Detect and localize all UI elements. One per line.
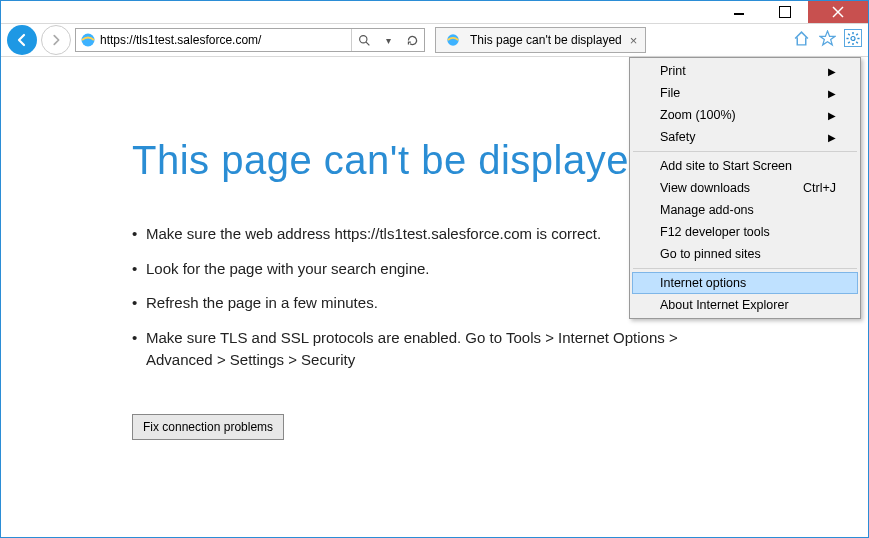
menu-item-zoom[interactable]: Zoom (100%)▶ — [632, 104, 858, 126]
chevron-right-icon: ▶ — [828, 132, 836, 143]
svg-point-6 — [851, 36, 855, 40]
search-icon[interactable] — [352, 34, 376, 47]
svg-line-11 — [848, 33, 850, 35]
refresh-icon[interactable] — [400, 34, 424, 47]
menu-item-internet-options[interactable]: Internet options — [632, 272, 858, 294]
menu-item-addons[interactable]: Manage add-ons — [632, 199, 858, 221]
window-maximize-button[interactable] — [762, 1, 808, 23]
forward-button[interactable] — [41, 25, 71, 55]
chevron-right-icon: ▶ — [828, 66, 836, 77]
url-input[interactable] — [100, 29, 351, 51]
browser-tab[interactable]: This page can't be displayed × — [435, 27, 646, 53]
svg-line-12 — [856, 41, 858, 43]
menu-item-add-start[interactable]: Add site to Start Screen — [632, 155, 858, 177]
tab-close-icon[interactable]: × — [628, 33, 640, 48]
error-tip: Make sure TLS and SSL protocols are enab… — [132, 327, 747, 372]
chevron-right-icon: ▶ — [828, 110, 836, 121]
address-bar-buttons: ▾ — [351, 29, 424, 51]
menu-item-about[interactable]: About Internet Explorer — [632, 294, 858, 316]
svg-line-13 — [856, 33, 858, 35]
browser-navbar: ▾ This page can't be displayed × — [1, 23, 868, 57]
toolbar-right — [792, 29, 862, 47]
back-button[interactable] — [7, 25, 37, 55]
menu-separator — [633, 268, 857, 269]
favorites-icon[interactable] — [818, 29, 836, 47]
shortcut-label: Ctrl+J — [803, 181, 836, 195]
menu-item-print[interactable]: Print▶ — [632, 60, 858, 82]
svg-line-14 — [848, 41, 850, 43]
tools-menu: Print▶ File▶ Zoom (100%)▶ Safety▶ Add si… — [629, 57, 861, 319]
svg-line-4 — [366, 42, 369, 45]
chevron-right-icon: ▶ — [828, 88, 836, 99]
tab-title: This page can't be displayed — [470, 33, 622, 47]
menu-item-downloads[interactable]: View downloadsCtrl+J — [632, 177, 858, 199]
gear-icon[interactable] — [844, 29, 862, 47]
fix-connection-button[interactable]: Fix connection problems — [132, 414, 284, 440]
ie-icon — [80, 32, 96, 48]
menu-separator — [633, 151, 857, 152]
svg-point-3 — [359, 35, 366, 42]
menu-item-safety[interactable]: Safety▶ — [632, 126, 858, 148]
menu-item-f12[interactable]: F12 developer tools — [632, 221, 858, 243]
ie-icon — [446, 33, 460, 47]
window-close-button[interactable] — [808, 1, 868, 23]
menu-item-pinned[interactable]: Go to pinned sites — [632, 243, 858, 265]
dropdown-icon[interactable]: ▾ — [376, 35, 400, 46]
window-minimize-button[interactable] — [716, 1, 762, 23]
home-icon[interactable] — [792, 29, 810, 47]
window-titlebar — [1, 1, 868, 23]
address-bar[interactable]: ▾ — [75, 28, 425, 52]
menu-item-file[interactable]: File▶ — [632, 82, 858, 104]
